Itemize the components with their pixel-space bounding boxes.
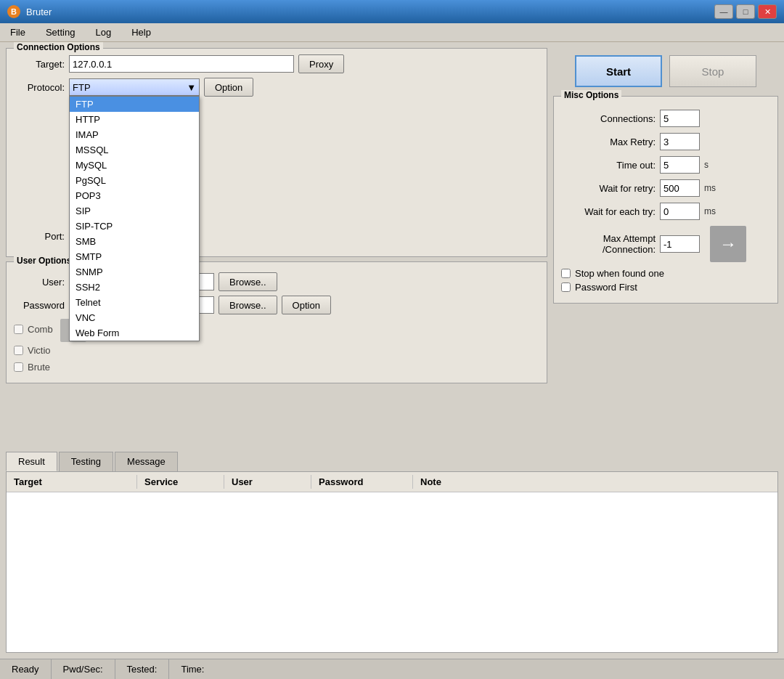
user-options-title: User Options <box>14 256 74 266</box>
status-bar: Ready Pwd/Sec: Tested: Time: <box>0 659 784 679</box>
combo-checkbox-row: Comb <box>14 319 53 339</box>
protocol-option-imap[interactable]: IMAP <box>70 127 199 142</box>
wait-retry-row: Wait for retry: ms <box>561 179 770 197</box>
protocol-selected-value: FTP <box>73 82 91 93</box>
protocol-option-sip-tcp[interactable]: SIP-TCP <box>70 219 199 234</box>
start-stop-row: Start Stop <box>553 48 778 92</box>
victim-checkbox-row: Victio <box>14 345 51 356</box>
password-label: Password <box>14 300 65 311</box>
proxy-button[interactable]: Proxy <box>298 54 344 73</box>
tab-message[interactable]: Message <box>115 452 178 471</box>
protocol-option-ftp[interactable]: FTP <box>70 97 199 112</box>
protocol-option-ssh2[interactable]: SSH2 <box>70 280 199 295</box>
forward-button[interactable]: → <box>710 226 746 262</box>
protocol-option-sip[interactable]: SIP <box>70 203 199 219</box>
wait-each-input[interactable] <box>660 203 700 220</box>
target-row: Target: Proxy <box>14 54 539 73</box>
password-first-label: Password First <box>575 282 637 293</box>
victim-row: Victio <box>14 345 539 359</box>
protocol-option-pgsql[interactable]: PgSQL <box>70 173 199 188</box>
main-window: B Bruter — □ ✕ File Setting Log Help Con… <box>0 0 784 679</box>
protocol-option-telnet[interactable]: Telnet <box>70 295 199 310</box>
target-label: Target: <box>14 59 65 70</box>
user-label: User: <box>14 277 65 288</box>
max-attempt-input[interactable] <box>660 235 700 253</box>
stop-when-found-label: Stop when found one <box>575 268 664 279</box>
max-retry-row: Max Retry: <box>561 133 770 150</box>
protocol-option-vnc[interactable]: VNC <box>70 310 199 325</box>
wait-each-unit: ms <box>704 206 716 216</box>
timeout-unit: s <box>704 160 709 170</box>
app-icon: B <box>7 5 20 18</box>
protocol-option-mssql[interactable]: MSSQL <box>70 142 199 158</box>
stop-when-found-checkbox[interactable] <box>561 269 571 278</box>
connections-row: Connections: <box>561 110 770 127</box>
titlebar-controls: — □ ✕ <box>714 4 777 19</box>
tab-result[interactable]: Result <box>6 452 57 471</box>
status-ready: Ready <box>0 659 52 679</box>
brute-checkbox-row: Brute <box>14 362 50 373</box>
password-option-button[interactable]: Option <box>282 296 331 314</box>
menu-log[interactable]: Log <box>91 25 115 40</box>
protocol-option-http[interactable]: HTTP <box>70 112 199 127</box>
victim-checkbox[interactable] <box>14 346 23 355</box>
connections-input[interactable] <box>660 110 700 127</box>
port-label: Port: <box>14 231 65 242</box>
close-button[interactable]: ✕ <box>758 4 777 19</box>
max-attempt-label: Max Attempt/Connection: <box>561 233 656 255</box>
result-header: Target Service User Password Note <box>7 472 777 492</box>
col-password: Password <box>311 475 413 489</box>
col-target: Target <box>7 475 137 489</box>
misc-options-title: Misc Options <box>561 90 621 100</box>
protocol-option-pop3[interactable]: POP3 <box>70 188 199 203</box>
protocol-option-snmp[interactable]: SNMP <box>70 264 199 280</box>
connections-label: Connections: <box>561 113 656 124</box>
dropdown-arrow-icon: ▼ <box>187 82 196 93</box>
tabs-bar: Result Testing Message <box>6 452 778 471</box>
target-input[interactable] <box>69 55 294 73</box>
protocol-option-smtp[interactable]: SMTP <box>70 249 199 264</box>
main-area: Connection Options Target: Proxy Protoco… <box>0 42 784 452</box>
titlebar-left: B Bruter <box>7 5 52 18</box>
timeout-row: Time out: s <box>561 156 770 174</box>
option-button[interactable]: Option <box>204 78 253 97</box>
status-time: Time: <box>169 659 784 679</box>
protocol-option-smb[interactable]: SMB <box>70 234 199 249</box>
col-note: Note <box>413 475 777 489</box>
tab-testing[interactable]: Testing <box>59 452 113 471</box>
protocol-option-webform[interactable]: Web Form <box>70 325 199 341</box>
wait-retry-input[interactable] <box>660 179 700 197</box>
menu-setting[interactable]: Setting <box>41 25 79 40</box>
left-panel: Connection Options Target: Proxy Protoco… <box>6 48 547 446</box>
brute-label: Brute <box>28 362 50 373</box>
status-pwd-sec: Pwd/Sec: <box>52 659 115 679</box>
brute-checkbox[interactable] <box>14 362 23 372</box>
timeout-label: Time out: <box>561 160 656 171</box>
misc-options-group: Misc Options Connections: Max Retry: Tim… <box>553 96 778 304</box>
user-browse-button[interactable]: Browse.. <box>219 272 277 291</box>
protocol-select-wrapper: FTP ▼ FTP HTTP IMAP MSSQL MySQL PgSQL PO… <box>69 78 200 96</box>
status-tested: Tested: <box>115 659 170 679</box>
password-first-checkbox[interactable] <box>561 282 571 292</box>
minimize-button[interactable]: — <box>714 4 733 19</box>
ready-text: Ready <box>12 664 39 675</box>
combo-checkbox[interactable] <box>14 325 23 334</box>
start-button[interactable]: Start <box>575 55 662 87</box>
bottom-section: Result Testing Message Target Service Us… <box>0 452 784 659</box>
stop-button[interactable]: Stop <box>669 55 756 87</box>
menubar: File Setting Log Help <box>0 23 784 42</box>
victim-label: Victio <box>28 345 51 356</box>
max-retry-input[interactable] <box>660 133 700 150</box>
menu-file[interactable]: File <box>6 25 30 40</box>
timeout-input[interactable] <box>660 156 700 174</box>
col-user: User <box>224 475 311 489</box>
maximize-button[interactable]: □ <box>736 4 755 19</box>
protocol-label: Protocol: <box>14 82 65 93</box>
password-browse-button[interactable]: Browse.. <box>219 296 277 314</box>
protocol-option-mysql[interactable]: MySQL <box>70 158 199 173</box>
max-attempt-row: Max Attempt/Connection: → <box>561 226 770 262</box>
protocol-dropdown[interactable]: FTP ▼ <box>69 78 200 96</box>
tested-label: Tested: <box>127 664 158 675</box>
menu-help[interactable]: Help <box>127 25 155 40</box>
connection-options-title: Connection Options <box>14 42 103 52</box>
